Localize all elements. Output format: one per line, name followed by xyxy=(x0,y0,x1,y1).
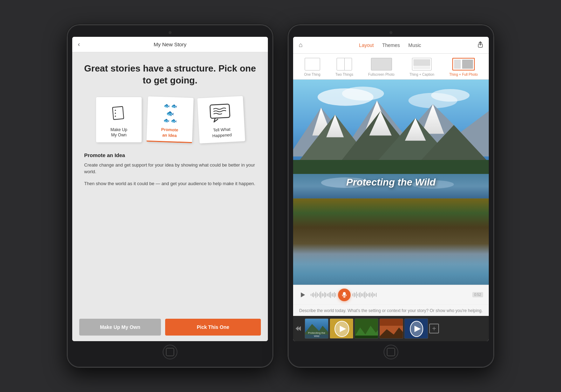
right-header: ⌂ Layout Themes Music xyxy=(293,37,489,54)
film-thumb-2[interactable] xyxy=(330,318,353,339)
card-icon-fish: 🐟 🐟 🐟 🐟 🐟 xyxy=(158,102,183,124)
left-content: Great stories have a structure. Pick one… xyxy=(72,52,268,313)
pick-this-one-button[interactable]: Pick This One xyxy=(165,319,261,336)
svg-point-3 xyxy=(115,115,116,116)
right-screen: ⌂ Layout Themes Music One Thing xyxy=(293,37,489,341)
layout-label-thing-full-photo: Thing + Full Photo xyxy=(449,73,478,76)
film-thumb-3[interactable] xyxy=(354,318,378,339)
film-label-1: Protecting the Wild xyxy=(305,331,328,338)
home-icon[interactable]: ⌂ xyxy=(299,41,303,49)
desc-para2: Then show the world as it could be — and… xyxy=(84,180,256,187)
svg-marker-31 xyxy=(296,326,298,331)
svg-point-8 xyxy=(342,87,384,101)
svg-rect-27 xyxy=(343,292,346,296)
left-ipad: ‹ My New Story Great stories have a stru… xyxy=(67,24,273,368)
layout-thumb-two-things xyxy=(337,58,352,70)
film-thumb-5[interactable] xyxy=(404,318,428,339)
card-selected-indicator xyxy=(147,140,192,143)
mic-button[interactable] xyxy=(338,289,351,301)
film-thumb-1[interactable]: Protecting the Wild xyxy=(305,318,329,339)
back-button[interactable]: ‹ xyxy=(78,41,80,48)
card-tell-what-happened[interactable]: Tell WhatHappened xyxy=(197,96,245,143)
caption-text: Describe the world today. What's the set… xyxy=(299,308,482,313)
right-camera xyxy=(390,31,392,34)
card-label-promote: Promotean Idea xyxy=(161,127,178,138)
description-section: Promote an Idea Create change and get su… xyxy=(83,152,257,306)
card-icon-chat xyxy=(208,102,234,124)
card-label-tell: Tell WhatHappened xyxy=(212,127,232,138)
left-header: ‹ My New Story xyxy=(72,37,268,52)
svg-point-10 xyxy=(431,89,470,102)
layout-label-two-things: Two Things xyxy=(335,73,353,76)
desc-para1: Create change and get support for your i… xyxy=(84,162,256,175)
svg-rect-0 xyxy=(113,106,124,119)
right-ipad: ⌂ Layout Themes Music One Thing xyxy=(288,24,494,368)
svg-marker-30 xyxy=(298,326,301,331)
layout-option-thing-caption[interactable]: Thing + Caption xyxy=(410,58,434,76)
svg-rect-40 xyxy=(355,336,378,339)
layout-label-one-thing: One Thing xyxy=(304,73,320,76)
layout-thumb-fullscreen xyxy=(371,58,392,70)
layout-option-one-thing[interactable]: One Thing xyxy=(304,58,320,76)
svg-point-2 xyxy=(115,113,116,114)
make-up-my-own-button[interactable]: Make Up My Own xyxy=(79,319,161,336)
layout-label-thing-caption: Thing + Caption xyxy=(410,73,434,76)
svg-rect-4 xyxy=(210,104,230,118)
tab-themes[interactable]: Themes xyxy=(382,41,400,49)
card-make-up-my-own[interactable]: Make UpMy Own xyxy=(96,97,142,142)
caption-area: Describe the world today. What's the set… xyxy=(293,304,489,316)
photo-title: Protecting the Wild xyxy=(346,177,436,188)
tab-music[interactable]: Music xyxy=(408,41,421,49)
desc-title: Promote an Idea xyxy=(84,152,256,158)
left-home-button[interactable] xyxy=(163,345,177,359)
left-camera xyxy=(169,31,171,34)
card-label-make-up: Make UpMy Own xyxy=(110,127,127,138)
card-promote-an-idea[interactable]: 🐟 🐟 🐟 🐟 🐟 Promotean Id xyxy=(147,96,194,143)
filmstrip: Protecting the Wild xyxy=(293,316,489,341)
card-icon-book xyxy=(107,103,131,124)
mountain-photo: Protecting the Wild xyxy=(293,80,489,285)
photo-area: Protecting the Wild xyxy=(293,80,489,285)
layout-option-fullscreen[interactable]: Fullscreen Photo xyxy=(368,58,394,76)
layout-thumb-thing-caption xyxy=(412,58,432,70)
play-button[interactable] xyxy=(299,291,307,299)
layout-thumb-one-thing xyxy=(305,58,320,70)
share-icon[interactable] xyxy=(478,41,483,49)
rewind-icon[interactable] xyxy=(295,324,304,333)
svg-marker-26 xyxy=(301,292,305,297)
headline: Great stories have a structure. Pick one… xyxy=(83,63,257,87)
layout-label-fullscreen: Fullscreen Photo xyxy=(368,73,394,76)
nav-tabs: Layout Themes Music xyxy=(359,41,421,49)
story-cards: Make UpMy Own 🐟 🐟 🐟 xyxy=(83,97,257,142)
left-screen: ‹ My New Story Great stories have a stru… xyxy=(72,37,268,341)
layout-picker: One Thing Two Things Fullscreen Photo Th… xyxy=(293,54,489,80)
layout-option-two-things[interactable]: Two Things xyxy=(335,58,353,76)
layout-thumb-thing-full-photo xyxy=(452,58,475,70)
layout-option-thing-full-photo[interactable]: Thing + Full Photo xyxy=(449,58,478,76)
page-title: My New Story xyxy=(78,41,262,47)
film-thumb-4[interactable] xyxy=(379,318,403,339)
svg-point-1 xyxy=(115,110,116,111)
left-footer: Make Up My Own Pick This One xyxy=(72,313,268,341)
audio-bar: // Will generate waveform bars dynamical… xyxy=(293,285,489,304)
right-home-button[interactable] xyxy=(384,345,398,359)
tab-layout[interactable]: Layout xyxy=(359,41,374,49)
film-add-button[interactable]: + xyxy=(429,324,439,333)
audio-time: 0:52 xyxy=(472,292,483,297)
waveform: // Will generate waveform bars dynamical… xyxy=(311,290,469,300)
